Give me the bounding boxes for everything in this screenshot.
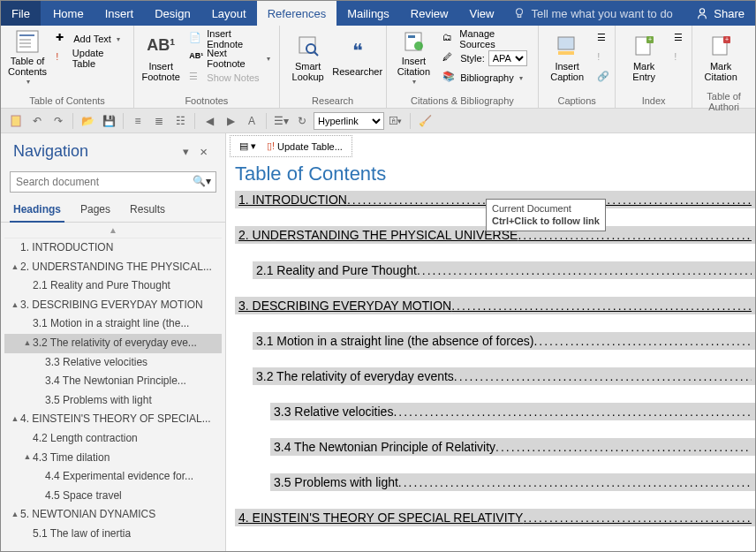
- ribbon: Table of Contents▾ ✚Add Text▾ !Update Ta…: [1, 26, 755, 109]
- menu-layout[interactable]: Layout: [201, 1, 257, 26]
- researcher-button[interactable]: ❝ Researcher: [335, 28, 381, 87]
- toc-entry[interactable]: 3.3 Relative velocities.................…: [270, 403, 755, 420]
- menu-insert[interactable]: Insert: [94, 1, 145, 26]
- numbering-button[interactable]: ≣: [149, 111, 169, 131]
- tree-item[interactable]: 1. INTRODUCTION: [4, 238, 222, 258]
- tell-me[interactable]: Tell me what you want to do: [504, 7, 685, 20]
- tab-pages[interactable]: Pages: [77, 198, 114, 222]
- hyperlink-tooltip: Current Document Ctrl+Click to follow li…: [486, 199, 606, 231]
- toc-button-label: Table of Contents: [8, 56, 47, 77]
- tree-item[interactable]: 3.4 The Newtonian Principle...: [4, 372, 222, 391]
- style-dropdown[interactable]: Hyperlink: [314, 112, 384, 130]
- undo-button[interactable]: ↶: [27, 111, 47, 131]
- insert-endnote-button[interactable]: 📄Insert Endnote: [185, 30, 273, 48]
- group-label: Index: [616, 94, 692, 108]
- bullets-button[interactable]: ≡: [128, 111, 147, 131]
- tree-item[interactable]: ▲5. NEWTONIAN DYNAMICS: [4, 505, 222, 525]
- toc-entry[interactable]: 3.1 Motion in a straight line (the absen…: [253, 332, 755, 350]
- next-footnote-button[interactable]: AB¹Next Footnote▾: [185, 49, 273, 67]
- open-button[interactable]: 📂: [78, 111, 97, 131]
- svg-rect-14: [558, 51, 574, 55]
- toc-entry[interactable]: 3.2 The relativity of everyday events...…: [253, 367, 755, 385]
- toc-gap: [235, 246, 755, 260]
- tab-headings[interactable]: Headings: [10, 198, 64, 223]
- tree-item-label: 3. DESCRIBING EVERYDAY MOTION: [20, 299, 203, 313]
- clear-button[interactable]: 🧹: [415, 111, 435, 131]
- update-index-button[interactable]: !: [670, 49, 686, 67]
- menu-file[interactable]: File: [1, 1, 41, 26]
- mark-citation-button[interactable]: + Mark Citation: [698, 28, 744, 87]
- bibliography-button[interactable]: 📚Bibliography▾: [439, 69, 533, 87]
- insert-footnote-button[interactable]: AB¹ Insert Footnote: [140, 28, 182, 87]
- ribbon-group-captions: Insert Caption ☰ ! 🔗 Captions: [539, 26, 616, 108]
- show-notes-button[interactable]: ☰Show Notes: [185, 69, 273, 87]
- table-of-contents-button[interactable]: Table of Contents▾: [6, 28, 49, 87]
- menu-review[interactable]: Review: [400, 1, 459, 26]
- cross-ref-button[interactable]: 🔗: [593, 69, 609, 87]
- insert-caption-button[interactable]: Insert Caption: [544, 28, 590, 87]
- collapse-all-icon[interactable]: ▲: [4, 223, 222, 238]
- insert-index-button[interactable]: ☰: [670, 30, 686, 48]
- highlight-button[interactable]: 🄰▾: [386, 111, 405, 131]
- tree-item[interactable]: ▲3. DESCRIBING EVERYDAY MOTION: [4, 296, 222, 315]
- toc-update-button[interactable]: ▯!Update Table...: [263, 140, 346, 153]
- tree-item[interactable]: 3.3 Relative velocities: [4, 353, 222, 373]
- svg-point-1: [700, 9, 705, 13]
- search-icon[interactable]: 🔍▾: [193, 175, 211, 187]
- toc-entry[interactable]: 4. EINSTEIN'S THEORY OF SPECIAL RELATIVI…: [235, 509, 755, 526]
- mark-entry-button[interactable]: + Mark Entry: [621, 28, 667, 87]
- menubar: File Home Insert Design Layout Reference…: [1, 1, 755, 26]
- tree-item[interactable]: ▲2. UNDERSTANDING THE PHYSICAL...: [4, 258, 222, 277]
- refresh-button[interactable]: ↻: [292, 111, 312, 131]
- outdent-button[interactable]: ◀: [200, 111, 219, 131]
- search-input[interactable]: [10, 171, 216, 193]
- insert-tof-button[interactable]: ☰: [593, 30, 609, 48]
- save-button[interactable]: 💾: [99, 111, 118, 131]
- menu-design[interactable]: Design: [144, 1, 200, 26]
- nav-dropdown-icon[interactable]: ▾: [178, 145, 194, 158]
- tab-results[interactable]: Results: [126, 198, 169, 222]
- tree-item[interactable]: 3.5 Problems with light: [4, 391, 222, 411]
- tell-me-label: Tell me what you want to do: [531, 7, 672, 20]
- list-button[interactable]: ☰▾: [271, 111, 291, 131]
- manage-sources-button[interactable]: 🗂Manage Sources: [439, 30, 533, 48]
- font-button[interactable]: A: [242, 111, 261, 131]
- tree-item[interactable]: 5.1 The law of inertia: [4, 525, 222, 544]
- nav-tree: ▲ 1. INTRODUCTION▲2. UNDERSTANDING THE P…: [1, 223, 225, 551]
- add-text-button[interactable]: ✚Add Text▾: [52, 30, 128, 48]
- tree-item[interactable]: 3.1 Motion in a straight line (the...: [4, 314, 222, 334]
- tree-item[interactable]: 4.5 Space travel: [4, 487, 222, 506]
- update-table-button[interactable]: !Update Table: [52, 49, 128, 67]
- insert-citation-button[interactable]: Insert Citation▾: [392, 28, 436, 87]
- toc-entry[interactable]: 3.4 The Newtonian Principle of Relativit…: [270, 438, 755, 456]
- share-button[interactable]: Share: [685, 7, 755, 20]
- menu-home[interactable]: Home: [42, 1, 94, 26]
- nav-close-icon[interactable]: ×: [194, 144, 213, 159]
- quick-access-toolbar: ↶ ↷ 📂 💾 ≡ ≣ ☷ ◀ ▶ A ☰▾ ↻ Hyperlink 🄰▾ 🧹: [1, 109, 755, 133]
- toc-entry-text: 2.1 Reality and Pure Thought: [256, 263, 417, 277]
- tree-item[interactable]: 4.4 Experimental evidence for...: [4, 467, 222, 487]
- tree-item[interactable]: ▲4. EINSTEIN'S THEORY OF SPECIAL...: [4, 410, 222, 429]
- toc-entry[interactable]: 3. DESCRIBING EVERYDAY MOTION...........…: [235, 297, 755, 314]
- smart-lookup-button[interactable]: Smart Lookup: [285, 28, 331, 87]
- tree-item-label: 4. EINSTEIN'S THEORY OF SPECIAL...: [20, 412, 211, 427]
- tree-item[interactable]: ▲3.2 The relativity of everyday eve...: [4, 334, 222, 353]
- toc-entry-text: 3.5 Problems with light: [274, 475, 398, 489]
- citation-style[interactable]: 🖉Style: APA: [439, 49, 533, 67]
- toc-options-button[interactable]: ▤▾: [236, 140, 260, 153]
- redo-button[interactable]: ↷: [49, 111, 68, 131]
- tree-item[interactable]: 4.2 Length contraction: [4, 429, 222, 449]
- menu-view[interactable]: View: [458, 1, 504, 26]
- update-tof-button[interactable]: !: [593, 49, 609, 67]
- paste-button[interactable]: [6, 111, 26, 131]
- menu-references[interactable]: References: [257, 1, 336, 26]
- indent-button[interactable]: ▶: [221, 111, 240, 131]
- style-select[interactable]: APA: [488, 50, 527, 66]
- toc-entry[interactable]: 3.5 Problems with light.................…: [270, 473, 755, 491]
- footnote-icon: AB¹: [147, 33, 174, 59]
- toc-entry[interactable]: 2.1 Reality and Pure Thought............…: [253, 261, 755, 279]
- multilevel-button[interactable]: ☷: [170, 111, 190, 131]
- tree-item[interactable]: ▲4.3 Time dilation: [4, 449, 222, 468]
- menu-mailings[interactable]: Mailings: [336, 1, 400, 26]
- tree-item[interactable]: 2.1 Reality and Pure Thought: [4, 276, 222, 296]
